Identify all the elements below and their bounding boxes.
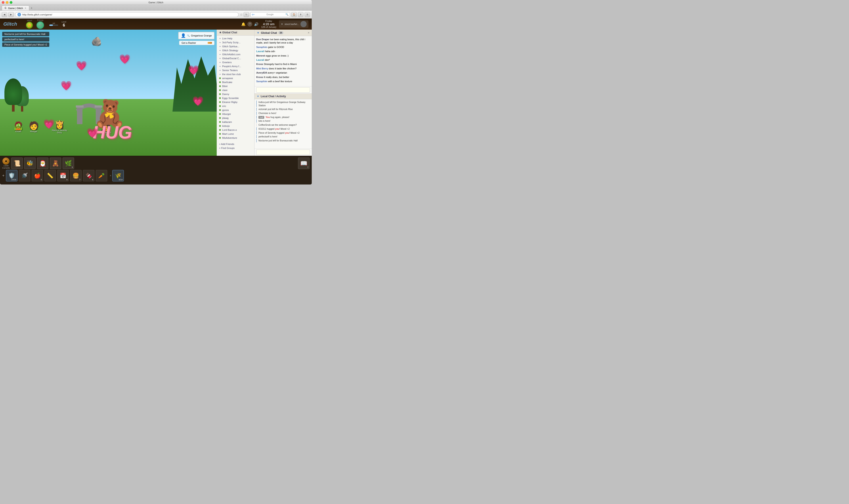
inv-slot-1[interactable]: 🐝 — [24, 158, 36, 169]
sidebar-item-jdawg[interactable]: jdawg — [217, 116, 254, 120]
inv-slot-5[interactable]: 📖 7 — [298, 158, 309, 169]
sidebar-item-gyoza[interactable]: gyoza — [217, 108, 254, 112]
inv-slot-3[interactable]: 🧸 — [50, 158, 61, 169]
global-chat-title: ▼ Global Chat 34 — [257, 31, 283, 34]
settings-button[interactable]: ☰ — [305, 12, 310, 17]
sidebar-item-greeters[interactable]: ✦ Greeters — [217, 60, 254, 64]
group-label-1: 3rd-Party Scrip... — [222, 41, 241, 44]
game-world[interactable]: Nocturne just left for Bureaucratic Hall… — [0, 30, 217, 156]
close-button[interactable] — [2, 1, 4, 4]
user-label-23: Lord Bacon-o — [222, 129, 237, 131]
global-chat-label: Global Chat — [261, 31, 277, 34]
notification-icon[interactable]: 🔔 — [241, 22, 246, 26]
zoom-icon[interactable]: 🔍 — [187, 34, 190, 37]
equip-slot-4[interactable]: 📅 6 — [57, 170, 69, 181]
mood-label: Mood — [27, 19, 32, 22]
collapse-icon[interactable]: ▼ — [257, 31, 260, 34]
inv-slot-0[interactable]: 📜 — [11, 158, 23, 169]
sidebar-item-glitchaddict[interactable]: ✦ GlitchAddict.com — [217, 52, 254, 56]
sidebar-item-live-help[interactable]: ✦ Live Help — [217, 36, 254, 40]
local-chat-messages[interactable]: Indica just left for Gregarious Grange S… — [254, 99, 312, 148]
user-label-17: eric — [222, 105, 226, 107]
inv-slot-2[interactable]: 🎅 — [37, 158, 49, 169]
sidebar-item-bibiri[interactable]: Bibiri — [217, 84, 254, 88]
tab-close-icon[interactable]: × — [25, 7, 26, 10]
search-label: Google — [266, 13, 273, 16]
sidebar-item-spiritua[interactable]: ✦ Glitch Spiritua... — [217, 44, 254, 48]
help-icon[interactable]: ? — [247, 22, 252, 26]
download-button[interactable]: ⬇ — [298, 12, 303, 17]
group-label-5: Global/Social C... — [222, 57, 241, 60]
equip-icon-4: 📅 — [60, 173, 66, 179]
local-collapse-icon[interactable]: ▼ — [257, 95, 259, 98]
back-button[interactable]: ◀ — [2, 12, 7, 17]
currents-label: Currants — [2, 167, 10, 169]
sidebar-item-beefcake[interactable]: Beefcake — [217, 80, 254, 84]
get-rasher-button[interactable]: Get a Rasher — [179, 41, 214, 45]
bookmark-icon[interactable]: ☆ — [240, 13, 243, 16]
sidebar-item-katlazam[interactable]: katlazam — [217, 120, 254, 124]
sidebar-item-peoples-army[interactable]: ✦ People's Army f... — [217, 64, 254, 68]
sidebar-item-misadventure[interactable]: MisAdventure — [217, 136, 254, 140]
inventory-row-top: ● 2,849 Currants 📜 🐝 🎅 🧸 🌿 — [2, 158, 309, 169]
username: stoot barfiel... — [285, 23, 299, 25]
local-chat-input[interactable] — [256, 149, 310, 155]
chat-user-4: Laurali — [256, 58, 264, 61]
sidebar-item-mart-lume[interactable]: Mart Lume — [217, 132, 254, 136]
add-friends-link[interactable]: + Add Friends — [219, 142, 252, 146]
new-tab-button[interactable]: + — [29, 5, 34, 11]
toolbar-actions: ☆ ↻ — [240, 12, 249, 17]
minimize-button[interactable] — [6, 1, 8, 4]
rock-item[interactable]: 🪨 — [91, 36, 102, 47]
location-avatar-icon: 👤 — [181, 33, 186, 38]
online-dot — [219, 113, 221, 115]
sidebar-item-kidsojo[interactable]: kidsojo — [217, 124, 254, 128]
sidebar-item-hburger[interactable]: Hburger — [217, 112, 254, 116]
chat-message-7: Avery834 avery= vegetarian — [256, 71, 310, 74]
chat-user-1: Saraphim — [256, 46, 267, 48]
you-label-7: you — [285, 131, 289, 134]
global-chat-messages[interactable]: Don Draper ive been eating beans, this c… — [254, 36, 312, 86]
location-sign[interactable]: 👤 🔍 Gregarious Grange — [178, 32, 214, 39]
equip-slot-6[interactable]: 🍫 8 — [83, 170, 94, 181]
global-chat-input[interactable] — [256, 87, 310, 93]
fullscreen-button[interactable] — [10, 1, 12, 4]
equip-slot-1[interactable]: 🚿 — [19, 170, 30, 181]
equip-slot-8[interactable]: 🌾 6/10 — [112, 170, 124, 181]
sound-icon[interactable]: 🔊 — [254, 22, 259, 26]
local-message-0: Indica just left for Gregarious Grange S… — [256, 101, 310, 107]
sidebar-item-annapeee[interactable]: annapeee — [217, 76, 254, 80]
close-icon[interactable]: × — [308, 31, 309, 34]
sidebar-item-lord-bacon[interactable]: Lord Bacon-o — [217, 128, 254, 132]
asterisk-icon: ✦ — [219, 57, 221, 60]
sidebar-item-stoot-fan[interactable]: ✦ the stoot fan club — [217, 72, 254, 76]
equip-slot-3[interactable]: 📏 — [45, 170, 56, 181]
sidebar-item-globalsocial[interactable]: ✦ Global/Social C... — [217, 56, 254, 60]
equip-slot-5[interactable]: 🍔 7 — [70, 170, 82, 181]
browser-tab[interactable]: G Game | Glitch × — [2, 5, 29, 11]
inv-slot-4[interactable]: 🌿 5 — [63, 158, 74, 169]
find-groups-link[interactable]: + Find Groups — [219, 146, 252, 150]
browser-window: Game | Glitch G Game | Glitch × + ◀ ▶ G … — [0, 0, 312, 184]
sidebar-item-senior-testers[interactable]: ✦ Senior Testers — [217, 68, 254, 72]
remove-equipment-button[interactable]: × — [110, 174, 111, 177]
sidebar-item-eleanor[interactable]: Eleanor Rigby — [217, 100, 254, 104]
sidebar-item-eric[interactable]: eric — [217, 104, 254, 108]
sidebar-item-clare[interactable]: clare — [217, 88, 254, 92]
user-label-11: Beefcake — [222, 81, 232, 84]
equip-slot-7[interactable]: 🥕 — [96, 170, 107, 181]
address-bar[interactable]: G http://beta.glitch.com/game/ — [15, 12, 238, 17]
equip-slot-0[interactable]: 🛡️ 14/16 — [6, 170, 17, 181]
forward-button[interactable]: ▶ — [8, 12, 14, 17]
equip-slot-2[interactable]: 🍎 6 — [32, 170, 43, 181]
sidebar-item-danny[interactable]: Danny — [217, 92, 254, 96]
user-badge[interactable]: ▼ stoot barfiel... — [279, 20, 308, 28]
online-dot — [219, 81, 221, 83]
sidebar-item-3rdparty[interactable]: ✦ 3rd-Party Scrip... — [217, 40, 254, 44]
home-button[interactable]: 🏠 — [291, 12, 297, 17]
add-equipment-button[interactable]: + — [2, 174, 5, 178]
reload-button[interactable]: ↻ — [244, 12, 249, 17]
search-box[interactable]: G+ Google 🔍 — [250, 12, 290, 17]
sidebar-item-eggy-scramble[interactable]: Eggy Scramble — [217, 96, 254, 100]
sidebar-item-strategy[interactable]: ✦ Glitch Strategy — [217, 48, 254, 52]
